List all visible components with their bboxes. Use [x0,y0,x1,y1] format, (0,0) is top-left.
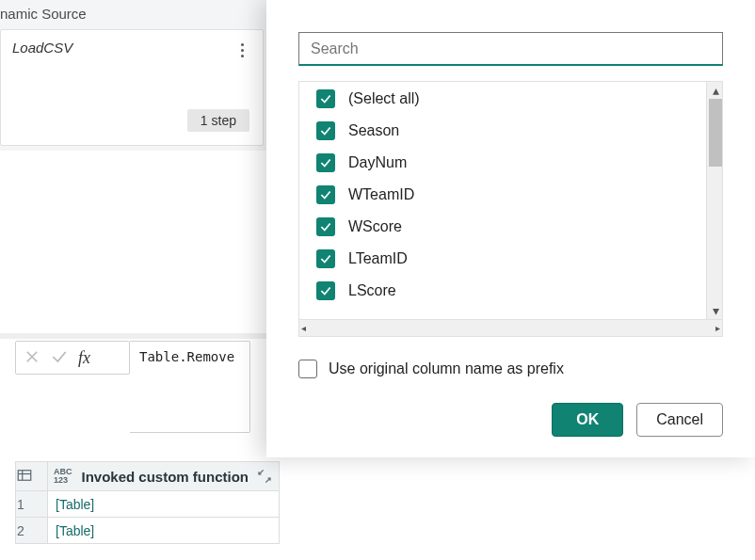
item-label: WScore [348,218,402,235]
table-row[interactable]: 1 [Table] [16,491,280,518]
cell-value[interactable]: [Table] [48,518,280,544]
list-item[interactable]: WTeamID [316,185,706,204]
query-card: LoadCSV 1 step [0,29,264,146]
list-item[interactable]: (Select all) [316,89,706,108]
list-item[interactable]: LTeamID [316,249,706,268]
formula-input[interactable]: Table.Remove [130,341,250,433]
cancel-icon[interactable] [24,348,40,368]
scroll-down-icon[interactable]: ▾ [707,302,724,319]
column-list: (Select all) Season DayNum [298,81,706,320]
column-header[interactable]: ABC123 Invoked custom function [48,462,280,491]
horizontal-scrollbar[interactable]: ◂ ▸ [298,320,723,337]
scroll-up-icon[interactable]: ▴ [707,82,724,99]
ok-button[interactable]: OK [552,403,623,437]
prefix-label: Use original column name as prefix [329,360,564,377]
cell-value[interactable]: [Table] [48,491,280,518]
query-title: LoadCSV [12,40,72,56]
expand-icon[interactable] [256,468,273,485]
checkbox-checked-icon[interactable] [316,249,335,268]
checkbox-checked-icon[interactable] [316,281,335,300]
divider [0,333,268,339]
item-label: WTeamID [348,186,414,203]
table-row[interactable]: 2 [Table] [16,518,280,544]
data-preview-grid: ABC123 Invoked custom function [15,461,280,544]
checkbox-checked-icon[interactable] [316,121,335,140]
item-label: DayNum [348,154,407,171]
column-name: Invoked custom function [78,469,249,485]
checkbox-checked-icon[interactable] [316,217,335,236]
step-count-pill[interactable]: 1 step [187,109,249,132]
scroll-right-icon[interactable]: ▸ [715,323,720,333]
type-icon: ABC123 [54,468,72,485]
breadcrumb[interactable]: namic Source [0,6,87,22]
vertical-scrollbar[interactable]: ▴ ▾ [706,81,723,320]
cancel-button[interactable]: Cancel [636,403,723,437]
list-item[interactable]: DayNum [316,153,706,172]
item-label: LTeamID [348,250,408,267]
scroll-left-icon[interactable]: ◂ [301,323,306,333]
prefix-checkbox[interactable] [298,360,317,378]
item-label: LScore [348,282,396,299]
list-item[interactable]: WScore [316,217,706,236]
confirm-icon[interactable] [50,347,69,369]
kebab-menu-icon[interactable] [233,38,251,62]
formula-bar-controls: fx [15,341,130,375]
scroll-thumb[interactable] [709,99,722,167]
fx-icon[interactable]: fx [78,348,90,368]
list-item[interactable]: LScore [316,281,706,300]
row-number: 1 [16,491,48,518]
checkbox-checked-icon[interactable] [316,153,335,172]
list-item[interactable]: Season [316,121,706,140]
svg-rect-0 [18,470,31,480]
item-label: Season [348,122,399,139]
checkbox-checked-icon[interactable] [316,89,335,108]
row-number: 2 [16,518,48,544]
item-label: (Select all) [348,90,420,107]
column-selection-dialog: Search (Select all) Season [266,0,755,457]
checkbox-checked-icon[interactable] [316,185,335,204]
table-icon-header[interactable] [16,462,48,491]
search-input[interactable]: Search [298,32,723,66]
